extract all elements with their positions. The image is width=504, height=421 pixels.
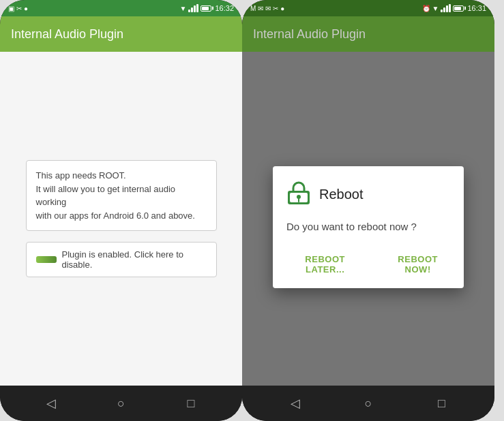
plugin-enabled-indicator <box>36 256 57 263</box>
mail2-icon: ✉ <box>265 5 271 12</box>
scissors-icon: ✂ <box>16 5 22 12</box>
circle-icon-right: ● <box>280 5 284 12</box>
right-phone: M ✉ ✉ ✂ ● ⏰ ▼ 16:31 Internal Audio Plugi… <box>242 0 494 421</box>
right-home-button[interactable]: ○ <box>355 390 382 417</box>
battery-icon <box>201 5 211 12</box>
wifi-icon-right: ▼ <box>432 5 439 12</box>
left-content: This app needs ROOT. It will allow you t… <box>0 52 242 386</box>
battery-icon-right <box>453 5 464 12</box>
dialog-title-row: Reboot <box>273 166 464 218</box>
reboot-later-button[interactable]: REBOOT LATER... <box>278 249 372 280</box>
dialog-lock-icon <box>286 180 311 210</box>
time-display: 16:32 <box>215 4 234 12</box>
left-status-left-icons: ▣ ✂ ● <box>8 5 28 12</box>
left-app-title: Internal Audio Plugin <box>11 27 123 42</box>
left-nav-bar: ◁ ○ □ <box>0 386 242 421</box>
info-line1: This app needs ROOT. <box>36 169 207 183</box>
left-status-right-icons: ▼ 16:32 <box>180 4 234 12</box>
dialog-title: Reboot <box>319 187 364 202</box>
left-home-button[interactable]: ○ <box>107 390 134 417</box>
dialog-message: Do you want to reboot now ? <box>273 218 464 246</box>
right-app-title: Internal Audio Plugin <box>253 27 366 42</box>
right-status-left-icons: M ✉ ✉ ✂ ● <box>250 5 284 12</box>
mail-icon: ✉ <box>258 5 263 12</box>
left-app-bar: Internal Audio Plugin <box>0 16 242 52</box>
left-back-button[interactable]: ◁ <box>38 390 65 417</box>
reboot-dialog: Reboot Do you want to reboot now ? REBOO… <box>273 166 464 288</box>
signal-icon-right <box>441 4 451 12</box>
notification-icon: ▣ <box>8 5 14 12</box>
right-back-button[interactable]: ◁ <box>282 390 309 417</box>
alarm-icon: ⏰ <box>422 5 430 12</box>
right-app-bar: Internal Audio Plugin <box>242 16 494 52</box>
plugin-status-button[interactable]: Plugin is enabled. Click here to disable… <box>26 242 217 277</box>
right-status-bar: M ✉ ✉ ✂ ● ⏰ ▼ 16:31 <box>242 0 494 16</box>
time-display-right: 16:31 <box>467 4 486 12</box>
right-nav-bar: ◁ ○ □ <box>242 386 494 421</box>
left-status-bar: ▣ ✂ ● ▼ 16:32 <box>0 0 242 16</box>
wifi-icon: ▼ <box>180 5 187 12</box>
info-line2: It will allow you to get internal audio … <box>36 183 207 209</box>
dialog-actions: REBOOT LATER... REBOOT NOW! <box>273 246 464 288</box>
info-line3: with our apps for Android 6.0 and above. <box>36 209 207 223</box>
right-recents-button[interactable]: □ <box>428 390 455 417</box>
right-content: Reboot Do you want to reboot now ? REBOO… <box>242 52 494 386</box>
dialog-overlay: Reboot Do you want to reboot now ? REBOO… <box>242 104 494 350</box>
reboot-now-button[interactable]: REBOOT NOW! <box>377 249 458 280</box>
left-recents-button[interactable]: □ <box>177 390 205 417</box>
gmail-icon: M <box>250 5 256 12</box>
info-box: This app needs ROOT. It will allow you t… <box>26 160 217 231</box>
circle-icon: ● <box>24 5 28 12</box>
left-phone: ▣ ✂ ● ▼ 16:32 Internal Audio Plugin This… <box>0 0 242 421</box>
plugin-status-label: Plugin is enabled. Click here to disable… <box>62 249 207 270</box>
signal-icon <box>188 4 198 12</box>
scissors-icon-right: ✂ <box>273 5 278 12</box>
right-status-right-icons: ⏰ ▼ 16:31 <box>422 4 486 12</box>
